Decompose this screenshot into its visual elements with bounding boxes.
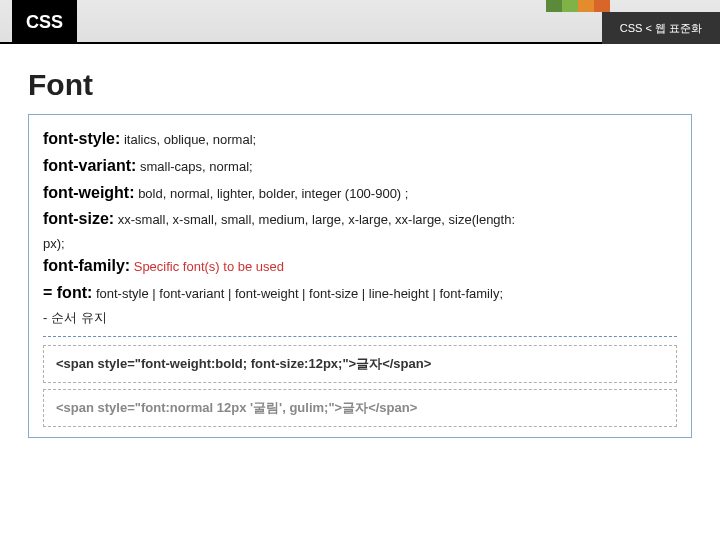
prop-value: small-caps, normal; — [136, 159, 252, 174]
header-title-left: CSS — [12, 0, 77, 44]
breadcrumb: CSS < 웹 표준화 — [602, 12, 720, 44]
prop-value: font-style | font-variant | font-weight … — [92, 286, 503, 301]
prop-font-style: font-style: italics, oblique, normal; — [43, 127, 677, 152]
prop-value: bold, normal, lighter, bolder, integer (… — [135, 186, 409, 201]
prop-name: font-size: — [43, 210, 114, 227]
prop-font-family: font-family: Specific font(s) to be used — [43, 254, 677, 279]
slide-header: CSS CSS < 웹 표준화 — [0, 0, 720, 44]
prop-font-shorthand: = font: font-style | font-variant | font… — [43, 281, 677, 306]
divider — [43, 336, 677, 337]
prop-name: font-style: — [43, 130, 120, 147]
prop-value: Specific font(s) to be used — [130, 259, 284, 274]
prop-value: italics, oblique, normal; — [120, 132, 256, 147]
prop-name: font-variant: — [43, 157, 136, 174]
prop-font-size-cont: px); — [43, 234, 677, 254]
prop-font-weight: font-weight: bold, normal, lighter, bold… — [43, 181, 677, 206]
code-example-1: <span style="font-weight:bold; font-size… — [43, 345, 677, 383]
prop-name: = font: — [43, 284, 92, 301]
prop-name: font-weight: — [43, 184, 135, 201]
color-accent-tab — [546, 0, 610, 12]
prop-value: xx-small, x-small, small, medium, large,… — [114, 212, 515, 227]
content-panel: font-style: italics, oblique, normal; fo… — [28, 114, 692, 438]
prop-name: font-family: — [43, 257, 130, 274]
order-note: - 순서 유지 — [43, 308, 677, 328]
section-title: Font — [28, 68, 720, 102]
prop-font-variant: font-variant: small-caps, normal; — [43, 154, 677, 179]
prop-font-size: font-size: xx-small, x-small, small, med… — [43, 207, 677, 232]
code-example-2: <span style="font:normal 12px '굴림', guli… — [43, 389, 677, 427]
